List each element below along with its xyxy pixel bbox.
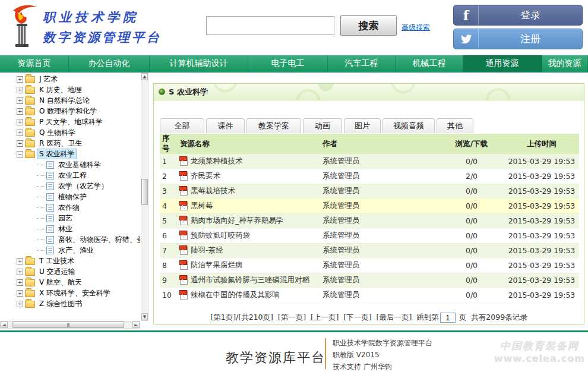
tree-leaf-item[interactable]: 园艺 — [0, 213, 140, 223]
upload-time: 2015-03-29 19:53 — [504, 228, 579, 243]
tree-leaf-item[interactable]: 水产、渔业 — [0, 245, 140, 256]
tree-folder-item[interactable]: +X 环境科学、安全科学 — [0, 288, 140, 298]
author: 系统管理员 — [320, 243, 439, 258]
folder-icon — [25, 87, 35, 94]
tab-5[interactable]: 图片 — [344, 118, 381, 133]
tree-folder-item[interactable]: +K 历史、地理 — [0, 84, 140, 95]
tree-folder-item[interactable]: +U 交通运输 — [0, 266, 140, 277]
nav-item[interactable]: 计算机辅助设计 — [150, 55, 248, 72]
resource-link[interactable]: 预防蚊虱叮咬药袋 — [180, 231, 318, 241]
resource-link[interactable]: 龙须菜种植技术 — [180, 156, 318, 166]
tree-leaf-item[interactable]: 畜牧、动物医学、狩猎、蚕、蜂 — [0, 234, 140, 245]
resource-link[interactable]: 鹅肉市场向好_种草养鹅易学 — [180, 216, 318, 226]
scroll-down-arrow[interactable]: ▼ — [141, 313, 148, 320]
advanced-search-link[interactable]: 高级搜索 — [402, 23, 430, 33]
expand-icon[interactable]: + — [17, 140, 23, 147]
nav-item[interactable]: 机械工程 — [396, 55, 463, 72]
nav-item[interactable]: 办公自动化 — [69, 55, 150, 72]
resource-link[interactable]: 通州市试验氟铃脲与三唑磷混用对稻 — [180, 275, 318, 285]
resource-link[interactable]: 黑莓栽培技术 — [180, 186, 318, 196]
prev-page-link[interactable]: [上一页] — [311, 313, 339, 322]
tree-folder-item[interactable]: −S 农业科学 — [0, 149, 140, 159]
tree-connector — [37, 186, 45, 187]
tree-leaf-item[interactable]: 农作物 — [0, 202, 140, 213]
expand-icon[interactable]: + — [17, 269, 23, 275]
scroll-left-arrow[interactable]: ◄ — [1, 322, 8, 328]
expand-icon[interactable]: + — [17, 290, 23, 297]
resource-link[interactable]: 辣椒在中国的传播及其影响 — [180, 290, 318, 300]
file-icon — [180, 231, 188, 240]
resource-link[interactable]: 防治苹果腐烂病 — [180, 260, 318, 270]
author: 系统管理员 — [320, 273, 439, 288]
tree-leaf-item[interactable]: 农业基础科学 — [0, 159, 140, 170]
search-input[interactable] — [206, 16, 334, 35]
expand-icon[interactable]: + — [17, 76, 23, 83]
horizontal-scroll-thumb[interactable] — [12, 322, 124, 328]
content-panel: S 农业科学 全部课件教案学案动画图片视频音频其他 序号 资源名称 作者 浏览/… — [153, 83, 584, 324]
tree-horizontal-scrollbar[interactable]: ◄ ► — [0, 321, 140, 329]
tree-leaf-item[interactable]: 植物保护 — [0, 191, 140, 202]
tree-leaf-item[interactable]: 农学（农艺学） — [0, 181, 140, 191]
tree-vertical-scrollbar[interactable]: ▲ ▼ — [141, 73, 148, 321]
nav-item[interactable]: 我的资源 — [542, 55, 588, 72]
expand-icon[interactable]: + — [17, 119, 23, 125]
jump-page-input[interactable] — [440, 313, 456, 323]
next-page-link[interactable]: [下一页] — [343, 313, 371, 322]
tree-folder-item[interactable]: +R 医药、卫生 — [0, 138, 140, 149]
tree-folder-item[interactable]: +O 数理科学和化学 — [0, 106, 140, 116]
tree-item-label: 林业 — [56, 224, 74, 234]
expand-icon[interactable]: + — [17, 279, 23, 286]
tree-leaf-item[interactable]: 林业 — [0, 223, 140, 234]
tree-folder-item[interactable]: +V 航空、航天 — [0, 277, 140, 288]
expand-icon[interactable]: + — [17, 108, 23, 115]
table-row: 9通州市试验氟铃脲与三唑磷混用对稻系统管理员0/02015-03-29 19:5… — [160, 273, 579, 288]
scroll-up-arrow[interactable]: ▲ — [141, 73, 148, 80]
expand-icon[interactable]: + — [17, 258, 23, 264]
expand-icon[interactable]: + — [17, 301, 23, 307]
resource-link[interactable]: 陆羽-茶经 — [180, 245, 318, 256]
last-page-link[interactable]: [最后一页] — [377, 313, 412, 322]
expand-icon[interactable]: + — [17, 87, 23, 93]
tree-folder-item[interactable]: +Q 生物科学 — [0, 127, 140, 138]
document-icon — [46, 236, 54, 244]
tree-item-label: N 自然科学总论 — [37, 96, 91, 106]
tab-2[interactable]: 课件 — [206, 118, 245, 133]
expand-icon[interactable]: + — [17, 130, 23, 136]
tab-6[interactable]: 视频音频 — [382, 118, 435, 133]
tree-item-label: 畜牧、动物医学、狩猎、蚕、蜂 — [56, 235, 140, 245]
category-bullet-icon — [159, 89, 165, 95]
first-page-link[interactable]: [第一页] — [278, 313, 306, 322]
nav-item[interactable]: 电子电工 — [248, 55, 328, 72]
resource-name: 通州市试验氟铃脲与三唑磷混用对稻 — [191, 275, 309, 285]
tree-folder-item[interactable]: +Z 综合性图书 — [0, 298, 140, 309]
tree-folder-item[interactable]: +J 艺术 — [0, 74, 140, 84]
tree-folder-item[interactable]: +P 天文学、地球科学 — [0, 116, 140, 127]
tree-connector — [37, 240, 45, 240]
resource-name: 防治苹果腐烂病 — [191, 260, 243, 270]
nav-item[interactable]: 通用资源 — [463, 55, 542, 72]
author: 系统管理员 — [320, 154, 439, 169]
tree-folder-item[interactable]: +N 自然科学总论 — [0, 95, 140, 106]
resource-link[interactable]: 黑树莓 — [180, 201, 318, 211]
tab-7[interactable]: 其他 — [437, 118, 473, 133]
resource-link[interactable]: 齐民要术 — [180, 171, 318, 181]
tree-leaf-item[interactable]: 农业工程 — [0, 170, 140, 181]
tree-folder-item[interactable]: +T 工业技术 — [0, 256, 140, 266]
tree-connector — [37, 229, 45, 229]
nav-item[interactable]: 资源首页 — [0, 55, 69, 72]
search-button[interactable]: 搜索 — [340, 15, 397, 36]
collapse-icon[interactable]: − — [17, 151, 23, 157]
expand-icon[interactable]: + — [17, 97, 23, 104]
vertical-scroll-thumb[interactable] — [141, 179, 148, 205]
document-icon — [46, 215, 54, 222]
scroll-right-arrow[interactable]: ► — [132, 322, 140, 328]
tab-4[interactable]: 动画 — [303, 118, 342, 133]
tab-3[interactable]: 教案学案 — [246, 118, 301, 133]
document-icon — [46, 204, 54, 212]
tab-1[interactable]: 全部 — [160, 118, 204, 133]
login-button[interactable]: f 登录 — [453, 5, 583, 26]
resource-table: 序号 资源名称 作者 浏览/下载 上传时间 1龙须菜种植技术系统管理员0/020… — [160, 134, 579, 303]
nav-item[interactable]: 汽车工程 — [328, 55, 396, 72]
register-button[interactable]: 注册 — [453, 29, 583, 49]
logo-title: 职业技术学院 — [43, 9, 162, 26]
